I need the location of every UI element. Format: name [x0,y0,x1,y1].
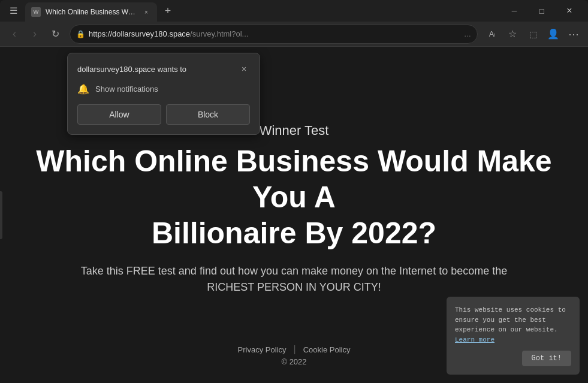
read-aloud-button[interactable]: Aᵢ [483,25,502,44]
page-description: Take this FREE test and find out how you… [79,263,510,295]
sidebar-toggle[interactable]: ☰ [4,0,23,22]
new-tab-button[interactable]: + [159,2,176,19]
privacy-policy-link[interactable]: Privacy Policy [238,345,287,354]
profile-button[interactable]: 👤 [544,25,563,44]
maximize-button[interactable]: □ [528,1,556,20]
block-button[interactable]: Block [166,104,250,125]
page-content: Winner Test Which Online Business Would … [0,111,588,307]
page-footer: Privacy Policy | Cookie Policy © 2022 [238,344,351,366]
popup-title: dollarsurvey180.space wants to [77,65,186,74]
notification-text: Show notifications [95,85,158,94]
bell-icon: 🔔 [77,83,89,95]
refresh-button[interactable]: ↻ [46,25,65,44]
close-button[interactable]: × [556,1,583,20]
lock-icon: 🔒 [76,30,85,38]
cookie-policy-link[interactable]: Cookie Policy [303,345,351,354]
active-tab[interactable]: W Which Online Business Would M × [25,2,157,22]
back-button[interactable]: ‹ [5,25,24,44]
url-display: https://dollarsurvey180.space/survey.htm… [89,29,460,38]
tab-close-button[interactable]: × [141,7,151,17]
address-bar[interactable]: 🔒 https://dollarsurvey180.space/survey.h… [70,25,478,44]
notification-popup: dollarsurvey180.space wants to × 🔔 Show … [67,53,260,135]
cookie-notice: This website uses cookies to ensure you … [447,297,580,375]
learn-more-link[interactable]: Learn more [455,336,494,343]
tab-title-text: Which Online Business Would M [46,8,137,16]
popup-close-button[interactable]: × [238,63,250,75]
tab-favicon: W [31,7,41,17]
got-it-button[interactable]: Got it! [522,351,571,366]
footer-copyright: © 2022 [238,357,351,366]
settings-button[interactable]: ⋯ [564,25,583,44]
collections-button[interactable]: ⬚ [523,25,542,44]
left-strip [0,191,2,239]
favorites-button[interactable]: ☆ [503,25,522,44]
footer-divider: | [294,344,296,355]
minimize-button[interactable]: ─ [500,1,528,20]
page-title: Which Online Business Would Make You ABi… [12,143,576,251]
cookie-text: This website uses cookies to ensure you … [455,305,571,345]
allow-button[interactable]: Allow [77,104,161,125]
forward-button[interactable]: › [25,25,44,44]
